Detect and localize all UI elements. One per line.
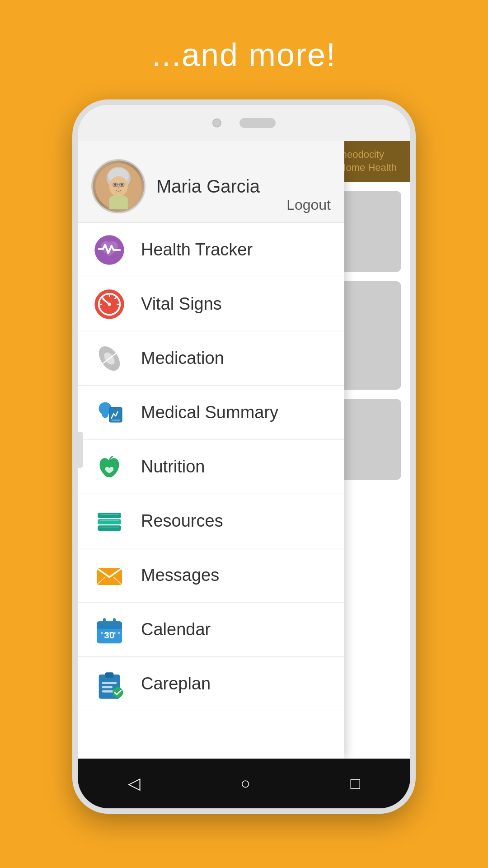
calendar-icon: 30 bbox=[91, 612, 127, 648]
svg-rect-52 bbox=[102, 682, 117, 684]
drawer-handle[interactable] bbox=[78, 432, 83, 468]
heart-pulse-icon bbox=[91, 232, 127, 268]
logout-button[interactable]: Logout bbox=[286, 197, 331, 213]
svg-point-9 bbox=[117, 186, 119, 188]
svg-point-46 bbox=[105, 632, 108, 634]
medication-label: Medication bbox=[141, 349, 224, 368]
nutrition-label: Nutrition bbox=[141, 457, 205, 476]
svg-point-45 bbox=[101, 632, 103, 634]
calendar-label: Calendar bbox=[141, 620, 211, 639]
svg-point-18 bbox=[108, 302, 111, 306]
envelope-icon bbox=[91, 557, 127, 594]
svg-point-48 bbox=[113, 632, 116, 634]
books-icon bbox=[91, 503, 127, 539]
svg-rect-51 bbox=[105, 672, 114, 678]
page-title: ...and more! bbox=[0, 0, 488, 73]
vital-signs-label: Vital Signs bbox=[141, 294, 222, 314]
menu-item-health-tracker[interactable]: Health Tracker bbox=[78, 223, 344, 277]
phone-device: meodocity Home Health nged? edication.g … bbox=[72, 99, 416, 814]
svg-point-47 bbox=[109, 632, 112, 634]
menu-item-resources[interactable]: Resources bbox=[78, 494, 344, 548]
front-camera bbox=[212, 118, 221, 127]
menu-item-nutrition[interactable]: Nutrition bbox=[78, 440, 344, 494]
svg-rect-30 bbox=[98, 525, 121, 531]
phone-nav-bar: ◁ ○ □ bbox=[78, 759, 410, 808]
phone-screen: meodocity Home Health nged? edication.g … bbox=[78, 141, 410, 759]
menu-item-careplan[interactable]: Careplan bbox=[78, 657, 344, 711]
pill-icon bbox=[91, 340, 127, 377]
svg-rect-42 bbox=[103, 618, 106, 624]
apple-heart-icon bbox=[91, 449, 127, 485]
svg-rect-32 bbox=[98, 513, 121, 518]
phone-frame: meodocity Home Health nged? edication.g … bbox=[72, 99, 416, 814]
app-brand-name: meodocity Home Health bbox=[339, 148, 397, 174]
profile-name: Maria Garcia bbox=[156, 176, 331, 197]
menu-list: Health Tracker bbox=[78, 222, 344, 711]
recent-button[interactable]: □ bbox=[351, 774, 361, 793]
navigation-drawer: Maria Garcia Logout bbox=[78, 141, 344, 759]
speedometer-icon bbox=[91, 286, 127, 322]
svg-text:30: 30 bbox=[104, 629, 114, 640]
resources-label: Resources bbox=[141, 511, 223, 531]
svg-rect-31 bbox=[98, 519, 121, 524]
careplan-icon bbox=[91, 666, 127, 702]
svg-rect-43 bbox=[113, 618, 116, 624]
svg-point-7 bbox=[114, 183, 116, 185]
home-button[interactable]: ○ bbox=[240, 774, 250, 793]
menu-item-calendar[interactable]: 30 Calendar bbox=[78, 603, 344, 657]
speaker-grill bbox=[239, 118, 276, 128]
menu-item-vital-signs[interactable]: Vital Signs bbox=[78, 277, 344, 331]
svg-rect-41 bbox=[97, 625, 122, 628]
svg-point-49 bbox=[118, 632, 120, 634]
profile-info: Maria Garcia bbox=[156, 176, 331, 197]
medical-summary-label: Medical Summary bbox=[141, 403, 278, 422]
messages-label: Messages bbox=[141, 566, 219, 585]
menu-item-medical-summary[interactable]: Medical Summary bbox=[78, 386, 344, 440]
profile-header: Maria Garcia Logout bbox=[78, 141, 344, 222]
menu-item-medication[interactable]: Medication bbox=[78, 331, 344, 386]
svg-rect-53 bbox=[102, 686, 113, 688]
careplan-label: Careplan bbox=[141, 674, 211, 693]
health-tracker-label: Health Tracker bbox=[141, 240, 253, 259]
phone-top-bar bbox=[78, 105, 410, 141]
back-button[interactable]: ◁ bbox=[128, 774, 141, 793]
medical-chart-icon bbox=[91, 395, 127, 431]
svg-point-8 bbox=[121, 183, 123, 185]
avatar bbox=[91, 159, 145, 213]
menu-item-messages[interactable]: Messages bbox=[78, 548, 344, 603]
